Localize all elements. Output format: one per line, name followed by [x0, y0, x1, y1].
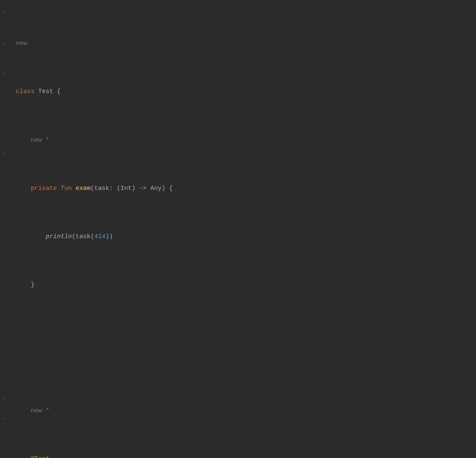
line-class-decl: class Test { — [16, 87, 472, 96]
fold-icon-class[interactable]: − — [2, 9, 5, 16]
line-close-exam: } — [16, 280, 472, 290]
code-editor: − − − − − − new class Test { new * priva… — [0, 0, 476, 458]
line-annotation: @Test — [16, 454, 472, 458]
fold-icon-close-exam[interactable]: − — [2, 71, 5, 78]
code-content: new class Test { new * private fun exam(… — [12, 0, 476, 458]
fold-icon-test[interactable]: − — [2, 150, 5, 158]
line-blank2 — [16, 357, 472, 367]
fold-icon-close-test[interactable]: − — [2, 396, 5, 403]
line-new-top: new — [16, 39, 472, 48]
line-new3: new * — [16, 406, 472, 416]
line-new2: new * — [16, 135, 472, 145]
line-blank1 — [16, 329, 472, 338]
gutter: − − − − − − — [0, 0, 12, 458]
fold-icon-exam[interactable]: − — [2, 41, 5, 48]
line-println: println(task(414)) — [16, 232, 472, 241]
line-private-fun: private fun exam(task: (Int) -> Any) { — [16, 184, 472, 193]
fold-icon-close-class[interactable]: − — [2, 416, 5, 423]
